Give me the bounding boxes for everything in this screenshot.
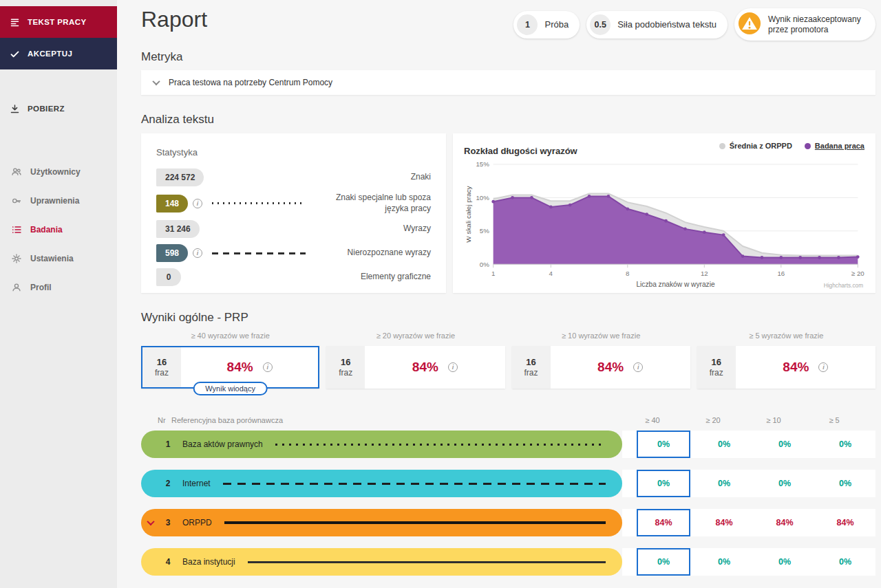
gear-icon	[11, 253, 22, 264]
percent-cell: 84%	[694, 518, 754, 527]
sidebar-item-uprawnienia[interactable]: Uprawnienia	[0, 186, 117, 215]
svg-text:≥ 20: ≥ 20	[851, 270, 864, 277]
stat-label: Znaki specjalne lub spoza języka pracy	[315, 193, 431, 214]
prp-card-col: ≥ 5 wyrazów we frazie 16 fraz 84% i	[697, 331, 875, 389]
sidebar-item-uzytkownicy[interactable]: Użytkownicy	[0, 157, 117, 186]
percent-area: 84% i	[551, 346, 690, 389]
fraz-unit: fraz	[339, 368, 352, 378]
sidebar-item-tekst-pracy[interactable]: TEKST PRACY	[0, 6, 117, 38]
highlighted-value-box: 0%	[637, 470, 690, 497]
row-values: 84% 84% 84% 84%	[622, 509, 875, 536]
col-nr: Nr	[141, 416, 171, 424]
prp-card-col: ≥ 20 wyrazów we frazie 16 fraz 84% i	[326, 331, 505, 389]
akceptuj-label: AKCEPTUJ	[28, 50, 72, 58]
svg-text:5%: 5%	[480, 227, 489, 235]
stat-label: Nierozpoznane wyrazy	[315, 248, 431, 259]
key-icon	[11, 195, 22, 206]
row-number: 2	[160, 479, 176, 488]
fraz-box: 16 fraz	[326, 346, 365, 389]
sila-value: 0.5	[590, 14, 611, 35]
menu-label: Ustawienia	[30, 254, 74, 263]
info-icon[interactable]: i	[818, 362, 828, 372]
percent-value: 84%	[597, 360, 624, 375]
solid-pattern-line	[224, 521, 606, 524]
percent-cell: 0%	[815, 439, 875, 449]
menu-label: Badania	[30, 225, 63, 235]
base-label: ORPPD	[182, 518, 212, 527]
percent-cell: 84%	[815, 518, 875, 527]
card-header: ≥ 20 wyrazów we frazie	[326, 331, 505, 340]
chevron-down-icon[interactable]	[152, 78, 160, 85]
analiza-heading: Analiza tekstu	[141, 113, 875, 127]
base-label: Baza aktów prawnych	[182, 439, 263, 449]
col-threshold-40: ≥ 40	[622, 416, 683, 424]
prp-cards: ≥ 40 wyrazów we frazie 16 fraz 84% i Wyn…	[141, 331, 875, 389]
percent-cell: 0%	[657, 439, 670, 449]
card-header: ≥ 5 wyrazów we frazie	[697, 331, 875, 340]
stat-value: 148	[156, 195, 188, 213]
info-icon[interactable]: i	[193, 199, 202, 208]
fraz-box: 16 fraz	[512, 346, 551, 389]
svg-text:1: 1	[491, 270, 495, 277]
legend-item-badana-praca[interactable]: Badana praca	[805, 142, 864, 150]
legend-label: Średnia z ORPPD	[730, 142, 792, 150]
download-icon	[10, 104, 20, 114]
warning-label: Wynik niezaakceptowany przez promotora	[768, 14, 864, 35]
stat-row-wyrazy: 31 246 Wyrazy	[156, 220, 431, 238]
base-bar: 1 Baza aktów prawnych	[141, 431, 622, 458]
prp-card-10[interactable]: 16 fraz 84% i	[512, 346, 690, 389]
dashed-leader-line	[212, 252, 306, 254]
leading-result-badge: Wynik wiodący	[193, 382, 268, 395]
row-values: 0% 0% 0% 0%	[622, 470, 875, 497]
percent-cell: 0%	[815, 557, 875, 567]
metryka-expand-row[interactable]: Praca testowa na potrzeby Centrum Pomocy	[141, 70, 875, 95]
warning-icon	[738, 12, 761, 37]
sidebar-item-ustawienia[interactable]: Ustawienia	[0, 244, 117, 273]
svg-text:0%: 0%	[480, 261, 489, 268]
fraz-unit: fraz	[710, 368, 723, 378]
pobierz-label: POBIERZ	[28, 105, 65, 113]
legend-item-orppd[interactable]: Średnia z ORPPD	[719, 142, 792, 150]
statystyka-title: Statystyka	[156, 147, 431, 157]
fraz-value: 16	[157, 357, 167, 367]
info-icon[interactable]: i	[448, 362, 458, 372]
table-row-orppd[interactable]: 3 ORPPD 84% 84% 84% 84%	[141, 509, 875, 536]
percent-value: 84%	[227, 360, 253, 375]
stat-row-nierozpoznane: 598 i Nierozpoznane wyrazy	[156, 244, 431, 262]
highlighted-value-box: 0%	[637, 431, 690, 458]
prp-card-20[interactable]: 16 fraz 84% i	[326, 346, 505, 389]
percent-area: 84% i	[365, 346, 505, 389]
sidebar-item-pobierz[interactable]: POBIERZ	[0, 93, 117, 124]
chevron-down-icon[interactable]	[147, 518, 154, 525]
menu-label: Profil	[30, 283, 52, 292]
legend-dot	[805, 143, 811, 149]
sidebar-item-profil[interactable]: Profil	[0, 273, 117, 302]
highlighted-value-box: 0%	[637, 548, 690, 576]
prp-card-40[interactable]: 16 fraz 84% i Wynik wiodący	[141, 346, 319, 389]
sidebar-item-akceptuj[interactable]: AKCEPTUJ	[0, 38, 117, 69]
info-icon[interactable]: i	[193, 248, 202, 258]
stat-value: 0	[156, 268, 181, 286]
percent-cell: 0%	[754, 479, 815, 488]
proba-value: 1	[517, 14, 538, 35]
percent-cell: 84%	[655, 518, 672, 527]
percent-value: 84%	[412, 360, 438, 375]
promoter-status-badge: Wynik niezaakceptowany przez promotora	[734, 8, 875, 41]
sidebar-item-badania[interactable]: Badania	[0, 215, 117, 244]
base-bar: 3 ORPPD	[141, 509, 622, 536]
percent-cell: 0%	[815, 479, 875, 488]
text-lines-icon	[10, 17, 20, 28]
analiza-panels: Statystyka 224 572 Znaki 148 i Znaki spe…	[141, 133, 875, 293]
svg-text:8: 8	[626, 270, 630, 277]
header-badges: 1 Próba 0.5 Siła podobieństwa tekstu Wyn…	[513, 7, 875, 41]
proba-label: Próba	[544, 19, 569, 30]
menu-label: Użytkownicy	[30, 167, 81, 177]
col-threshold-20: ≥ 20	[683, 416, 743, 424]
dashed-pattern-line	[223, 483, 606, 485]
info-icon[interactable]: i	[633, 362, 643, 372]
stat-label: Znaki	[315, 172, 431, 183]
prp-card-5[interactable]: 16 fraz 84% i	[697, 346, 875, 389]
info-icon[interactable]: i	[263, 362, 273, 372]
stat-value: 31 246	[156, 220, 200, 238]
list-icon	[11, 224, 22, 235]
